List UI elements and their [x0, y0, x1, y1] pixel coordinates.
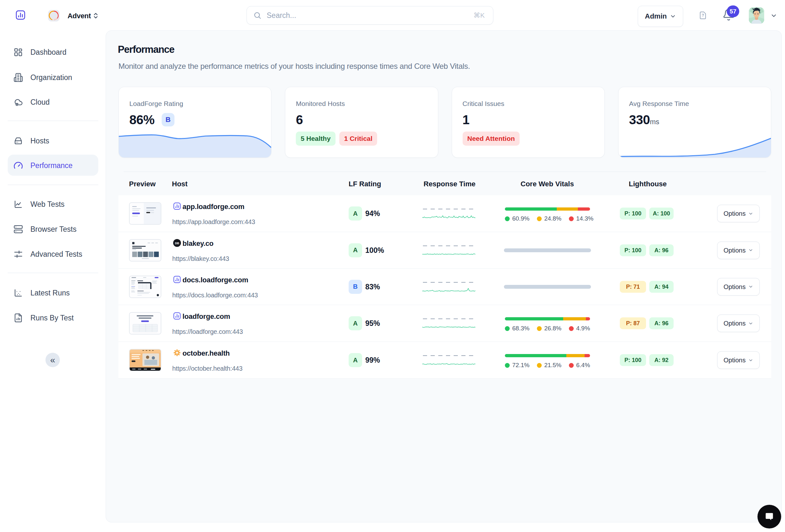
- svg-text:DB: DB: [175, 242, 179, 245]
- svg-text:?: ?: [702, 13, 704, 18]
